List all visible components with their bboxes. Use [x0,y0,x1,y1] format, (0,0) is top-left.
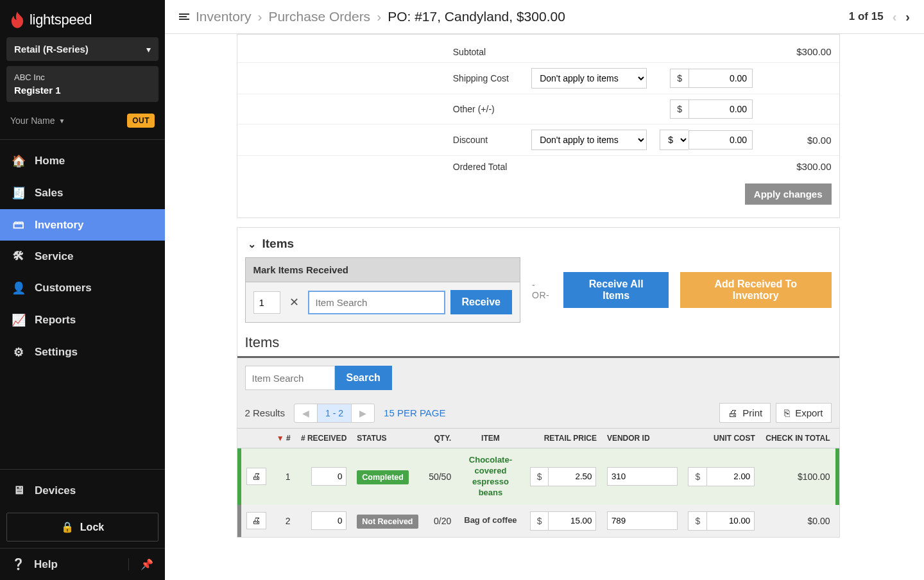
discount-amount-input[interactable] [689,130,753,149]
vendor-id-input[interactable] [607,467,678,486]
sort-desc-icon: ▼ [277,434,284,443]
checkin-total: $0.00 [760,505,835,537]
other-amount-input[interactable] [689,99,753,119]
pager-next[interactable]: › [905,10,910,24]
mark-received-box: Mark Items Received ✕ Receive [245,257,521,323]
home-icon: 🏠 [12,154,26,168]
items-section-toggle[interactable]: ⌄ Items [237,228,839,260]
page-prev[interactable]: ◀ [295,404,318,422]
crumb-inventory[interactable]: Inventory [196,9,251,24]
nav-label: Reports [35,314,76,327]
clear-icon[interactable]: ✕ [286,295,303,309]
col-qty[interactable]: QTY. [424,429,456,448]
checkin-total: $100.00 [760,448,835,505]
items-search-button[interactable]: Search [335,366,392,390]
page-next[interactable]: ▶ [352,404,374,422]
location-block[interactable]: ABC Inc Register 1 [6,66,158,102]
nav-settings[interactable]: ⚙Settings [0,336,165,368]
print-button[interactable]: 🖨Print [719,403,771,423]
nav-label: Devices [35,484,76,497]
mark-received-heading: Mark Items Received [246,258,520,282]
received-input[interactable] [311,467,346,486]
unit-cost-input[interactable] [706,467,755,486]
item-link[interactable]: Bag of coffee [461,515,519,526]
nav-help[interactable]: ❔Help [12,558,58,571]
nav-customers[interactable]: 👤Customers [0,272,165,304]
nav-label: Service [35,250,74,263]
record-pager: 1 of 15 ‹ › [849,10,910,24]
nav-label: Settings [35,346,78,359]
register-name: Register 1 [14,85,151,96]
col-vendor[interactable]: VENDOR ID [602,429,683,448]
col-status[interactable]: STATUS [352,429,424,448]
shipping-amount-input[interactable] [689,69,753,88]
pager-prev[interactable]: ‹ [893,10,897,24]
col-num[interactable]: ▼ # [271,429,296,448]
breadcrumb: Inventory › Purchase Orders › PO: #17, C… [179,9,565,24]
add-to-inventory-button[interactable]: Add Received To Inventory [680,272,832,308]
retail-price-input[interactable] [548,511,596,531]
vendor-id-input[interactable] [607,511,678,530]
col-checkin[interactable]: CHECK IN TOTAL [760,429,835,448]
totals-panel: Subtotal $300.00 Shipping Cost Don't app… [237,34,840,218]
print-label-button[interactable]: 🖨 [246,512,266,529]
print-icon: 🖨 [252,516,261,525]
pager-count: 1 of 15 [849,10,884,23]
lock-button[interactable]: 🔒Lock [6,513,158,542]
help-icon: ❔ [12,558,25,571]
nav-label: Inventory [35,219,84,232]
currency-symbol: $ [688,511,706,531]
col-received[interactable]: # RECEIVED [296,429,352,448]
pin-icon[interactable]: 📌 [128,558,153,570]
nav-home[interactable]: 🏠Home [0,145,165,177]
apply-changes-button[interactable]: Apply changes [745,183,832,205]
items-heading: Items [237,334,839,351]
item-link[interactable]: Chocolate-covered espresso beans [461,455,519,499]
nav-label: Home [35,155,65,167]
print-label-button[interactable]: 🖨 [246,468,266,485]
chevron-down-icon: ▼ [59,117,65,124]
received-input[interactable] [311,511,346,530]
export-button[interactable]: ⎘Export [776,403,831,423]
user-name: Your Name [10,115,55,126]
brand-text: lightspeed [30,12,92,28]
menu-icon[interactable] [179,12,189,21]
chevron-down-icon: ⌄ [248,238,256,250]
print-label: Print [742,407,762,418]
status-badge: Completed [357,470,409,484]
gear-icon: ⚙ [12,345,26,359]
subtotal-label: Subtotal [445,41,525,63]
discount-currency-select[interactable]: $ [660,130,689,150]
register-icon: 🧾 [12,186,26,200]
nav-reports[interactable]: 📈Reports [0,304,165,336]
items-search-input[interactable] [245,366,335,390]
chevron-right-icon: › [377,9,381,24]
nav-service[interactable]: 🛠Service [0,241,165,272]
col-item[interactable]: ITEM [456,429,524,448]
ordered-total-value: $300.00 [759,156,839,178]
receive-all-button[interactable]: Receive All Items [563,272,669,308]
page-range[interactable]: 1 - 2 [318,404,352,422]
unit-cost-input[interactable] [706,511,755,531]
receive-button[interactable]: Receive [450,290,513,314]
receive-item-search[interactable] [308,291,445,314]
col-unit[interactable]: UNIT COST [683,429,760,448]
chevron-down-icon: ▾ [146,44,151,55]
discount-apply-select[interactable]: Don't apply to items [531,130,647,150]
currency-symbol: $ [688,467,706,486]
retail-price-input[interactable] [548,467,596,486]
clock-out-badge[interactable]: OUT [127,114,155,128]
pagination: ◀ 1 - 2 ▶ [294,404,375,423]
product-selector[interactable]: Retail (R-Series) ▾ [6,37,158,61]
brand-logo[interactable]: lightspeed [0,0,165,37]
nav-sales[interactable]: 🧾Sales [0,177,165,209]
shipping-apply-select[interactable]: Don't apply to items [531,68,647,89]
lock-label: Lock [80,522,104,533]
per-page-select[interactable]: 15 PER PAGE [384,407,445,418]
receive-qty-input[interactable] [253,291,280,314]
crumb-purchase-orders[interactable]: Purchase Orders [268,9,370,24]
user-menu[interactable]: Your Name ▼ [10,115,65,126]
col-retail[interactable]: RETAIL PRICE [525,429,602,448]
nav-devices[interactable]: 🖥Devices [0,475,165,506]
nav-inventory[interactable]: 🗃Inventory [0,209,165,241]
